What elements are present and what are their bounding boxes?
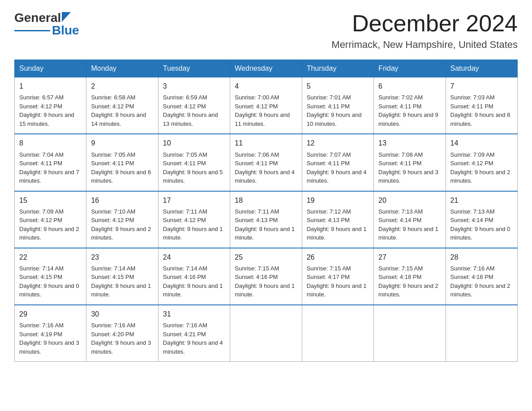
calendar-week-5: 29 Sunrise: 7:16 AM Sunset: 4:19 PM Dayl…: [15, 305, 518, 362]
day-info: Sunrise: 7:16 AM Sunset: 4:18 PM Dayligh…: [450, 264, 513, 299]
day-number: 24: [163, 252, 225, 262]
calendar-cell: 29 Sunrise: 7:16 AM Sunset: 4:19 PM Dayl…: [15, 305, 86, 362]
calendar-cell: 25 Sunrise: 7:15 AM Sunset: 4:16 PM Dayl…: [230, 248, 302, 305]
calendar-cell: 15 Sunrise: 7:09 AM Sunset: 4:12 PM Dayl…: [15, 191, 86, 248]
day-info: Sunrise: 7:10 AM Sunset: 4:12 PM Dayligh…: [91, 207, 153, 242]
calendar-cell: 17 Sunrise: 7:11 AM Sunset: 4:12 PM Dayl…: [158, 191, 230, 248]
day-number: 13: [378, 138, 441, 148]
day-number: 4: [235, 81, 297, 91]
day-info: Sunrise: 7:12 AM Sunset: 4:13 PM Dayligh…: [307, 207, 369, 242]
day-info: Sunrise: 7:15 AM Sunset: 4:18 PM Dayligh…: [378, 264, 441, 299]
logo-blue-text: Blue: [52, 23, 79, 38]
logo: General Blue: [14, 11, 79, 38]
day-info: Sunrise: 6:58 AM Sunset: 4:12 PM Dayligh…: [91, 93, 153, 128]
calendar-cell: 13 Sunrise: 7:08 AM Sunset: 4:11 PM Dayl…: [374, 134, 446, 191]
day-number: 25: [235, 252, 297, 262]
header-saturday: Saturday: [446, 60, 517, 77]
month-title: December 2024: [331, 11, 518, 36]
calendar-cell: 14 Sunrise: 7:09 AM Sunset: 4:12 PM Dayl…: [446, 134, 517, 191]
calendar-week-3: 15 Sunrise: 7:09 AM Sunset: 4:12 PM Dayl…: [15, 191, 518, 248]
page-header: General Blue December 2024 Merrimack, Ne…: [14, 11, 518, 51]
location-title: Merrimack, New Hampshire, United States: [331, 39, 518, 51]
day-number: 14: [450, 138, 513, 148]
calendar-cell: 21 Sunrise: 7:13 AM Sunset: 4:14 PM Dayl…: [446, 191, 517, 248]
day-number: 8: [19, 138, 82, 148]
calendar-cell: 28 Sunrise: 7:16 AM Sunset: 4:18 PM Dayl…: [446, 248, 517, 305]
calendar-cell: 26 Sunrise: 7:15 AM Sunset: 4:17 PM Dayl…: [302, 248, 373, 305]
calendar-cell: 8 Sunrise: 7:04 AM Sunset: 4:11 PM Dayli…: [15, 134, 86, 191]
day-info: Sunrise: 7:05 AM Sunset: 4:11 PM Dayligh…: [91, 150, 153, 185]
day-number: 17: [163, 195, 225, 206]
header-friday: Friday: [374, 60, 446, 77]
day-number: 16: [91, 195, 153, 206]
day-info: Sunrise: 7:05 AM Sunset: 4:11 PM Dayligh…: [163, 150, 225, 185]
day-info: Sunrise: 7:14 AM Sunset: 4:15 PM Dayligh…: [19, 264, 82, 299]
day-info: Sunrise: 7:15 AM Sunset: 4:17 PM Dayligh…: [307, 264, 369, 299]
header-monday: Monday: [86, 60, 158, 77]
day-info: Sunrise: 7:13 AM Sunset: 4:14 PM Dayligh…: [378, 207, 441, 242]
day-info: Sunrise: 7:16 AM Sunset: 4:20 PM Dayligh…: [91, 321, 153, 356]
day-info: Sunrise: 7:08 AM Sunset: 4:11 PM Dayligh…: [378, 150, 441, 185]
calendar-cell: 20 Sunrise: 7:13 AM Sunset: 4:14 PM Dayl…: [374, 191, 446, 248]
day-info: Sunrise: 7:11 AM Sunset: 4:13 PM Dayligh…: [235, 207, 297, 242]
day-number: 6: [378, 81, 441, 91]
header-sunday: Sunday: [15, 60, 86, 77]
calendar-cell: 19 Sunrise: 7:12 AM Sunset: 4:13 PM Dayl…: [302, 191, 373, 248]
header-wednesday: Wednesday: [230, 60, 302, 77]
day-info: Sunrise: 7:02 AM Sunset: 4:11 PM Dayligh…: [378, 93, 441, 128]
day-info: Sunrise: 7:03 AM Sunset: 4:11 PM Dayligh…: [450, 93, 513, 128]
day-info: Sunrise: 7:01 AM Sunset: 4:11 PM Dayligh…: [307, 93, 369, 128]
calendar-cell: 11 Sunrise: 7:06 AM Sunset: 4:11 PM Dayl…: [230, 134, 302, 191]
day-number: 7: [450, 81, 513, 91]
day-info: Sunrise: 7:09 AM Sunset: 4:12 PM Dayligh…: [450, 150, 513, 185]
day-info: Sunrise: 7:16 AM Sunset: 4:21 PM Dayligh…: [163, 321, 225, 356]
header-tuesday: Tuesday: [158, 60, 230, 77]
day-info: Sunrise: 6:59 AM Sunset: 4:12 PM Dayligh…: [163, 93, 225, 128]
calendar-cell: 22 Sunrise: 7:14 AM Sunset: 4:15 PM Dayl…: [15, 248, 86, 305]
day-number: 15: [19, 195, 82, 206]
calendar-cell: 27 Sunrise: 7:15 AM Sunset: 4:18 PM Dayl…: [374, 248, 446, 305]
weekday-header-row: Sunday Monday Tuesday Wednesday Thursday…: [15, 60, 518, 77]
calendar-week-2: 8 Sunrise: 7:04 AM Sunset: 4:11 PM Dayli…: [15, 134, 518, 191]
day-number: 23: [91, 252, 153, 262]
day-number: 29: [19, 309, 82, 319]
header-thursday: Thursday: [302, 60, 373, 77]
day-number: 12: [307, 138, 369, 148]
calendar-cell: 16 Sunrise: 7:10 AM Sunset: 4:12 PM Dayl…: [86, 191, 158, 248]
day-number: 28: [450, 252, 513, 262]
calendar-week-1: 1 Sunrise: 6:57 AM Sunset: 4:12 PM Dayli…: [15, 77, 518, 134]
day-info: Sunrise: 7:06 AM Sunset: 4:11 PM Dayligh…: [235, 150, 297, 185]
calendar-cell: 3 Sunrise: 6:59 AM Sunset: 4:12 PM Dayli…: [158, 77, 230, 134]
calendar-cell: [374, 305, 446, 362]
day-number: 11: [235, 138, 297, 148]
calendar-cell: 12 Sunrise: 7:07 AM Sunset: 4:11 PM Dayl…: [302, 134, 373, 191]
day-info: Sunrise: 7:09 AM Sunset: 4:12 PM Dayligh…: [19, 207, 82, 242]
calendar-cell: 5 Sunrise: 7:01 AM Sunset: 4:11 PM Dayli…: [302, 77, 373, 134]
calendar-cell: 2 Sunrise: 6:58 AM Sunset: 4:12 PM Dayli…: [86, 77, 158, 134]
calendar-week-4: 22 Sunrise: 7:14 AM Sunset: 4:15 PM Dayl…: [15, 248, 518, 305]
day-number: 19: [307, 195, 369, 206]
day-info: Sunrise: 7:11 AM Sunset: 4:12 PM Dayligh…: [163, 207, 225, 242]
calendar-cell: 24 Sunrise: 7:14 AM Sunset: 4:16 PM Dayl…: [158, 248, 230, 305]
calendar-cell: 4 Sunrise: 7:00 AM Sunset: 4:12 PM Dayli…: [230, 77, 302, 134]
calendar-cell: 18 Sunrise: 7:11 AM Sunset: 4:13 PM Dayl…: [230, 191, 302, 248]
calendar-cell: 10 Sunrise: 7:05 AM Sunset: 4:11 PM Dayl…: [158, 134, 230, 191]
day-number: 21: [450, 195, 513, 206]
day-info: Sunrise: 7:15 AM Sunset: 4:16 PM Dayligh…: [235, 264, 297, 299]
day-info: Sunrise: 7:16 AM Sunset: 4:19 PM Dayligh…: [19, 321, 82, 356]
logo-triangle-icon: [62, 12, 71, 24]
day-number: 27: [378, 252, 441, 262]
day-info: Sunrise: 7:04 AM Sunset: 4:11 PM Dayligh…: [19, 150, 82, 185]
title-area: December 2024 Merrimack, New Hampshire, …: [331, 11, 518, 51]
day-number: 5: [307, 81, 369, 91]
calendar-cell: 9 Sunrise: 7:05 AM Sunset: 4:11 PM Dayli…: [86, 134, 158, 191]
svg-marker-0: [62, 12, 71, 22]
day-number: 10: [163, 138, 225, 148]
day-info: Sunrise: 7:00 AM Sunset: 4:12 PM Dayligh…: [235, 93, 297, 128]
day-number: 9: [91, 138, 153, 148]
day-info: Sunrise: 7:07 AM Sunset: 4:11 PM Dayligh…: [307, 150, 369, 185]
calendar-cell: 6 Sunrise: 7:02 AM Sunset: 4:11 PM Dayli…: [374, 77, 446, 134]
day-number: 20: [378, 195, 441, 206]
day-number: 22: [19, 252, 82, 262]
day-number: 2: [91, 81, 153, 91]
